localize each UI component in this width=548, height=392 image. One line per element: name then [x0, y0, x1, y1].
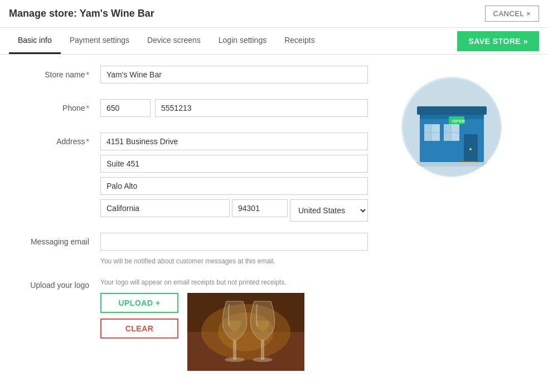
cancel-button[interactable]: CANCEL ×	[485, 6, 539, 22]
store-svg: OPEN WELCOME	[403, 79, 501, 176]
tab-payment-settings[interactable]: Payment settings	[61, 28, 138, 54]
store-name-controls	[100, 66, 368, 88]
tabs-bar: Basic info Payment settings Device scree…	[0, 28, 548, 55]
upload-image-area: UPLOAD + CLEAR	[100, 293, 368, 371]
tab-device-screens[interactable]: Device screens	[138, 28, 210, 54]
required-star-address: *	[86, 137, 89, 146]
wine-image-svg	[187, 293, 304, 371]
phone-area-input[interactable]	[100, 99, 151, 117]
messaging-email-controls: You will be notified about customer mess…	[100, 233, 368, 265]
tab-basic-info[interactable]: Basic info	[9, 28, 61, 54]
logo-preview	[187, 293, 304, 371]
svg-rect-27	[411, 162, 492, 166]
tab-login-settings[interactable]: Login settings	[210, 28, 275, 54]
address-state-zip-country: United States Canada United Kingdom Aust…	[100, 199, 368, 222]
address-zip-input[interactable]	[232, 199, 288, 217]
svg-point-22	[469, 148, 472, 150]
clear-button[interactable]: CLEAR	[100, 318, 178, 339]
upload-logo-row: Upload your logo Your logo will appear o…	[11, 276, 368, 371]
save-store-button[interactable]: SAVE STORE »	[457, 31, 539, 51]
required-star-phone: *	[86, 104, 89, 112]
svg-rect-12	[417, 106, 487, 115]
upload-logo-label: Upload your logo	[11, 276, 100, 290]
store-name-input[interactable]	[100, 66, 368, 84]
form-area: Store name* Phone* Address*	[0, 66, 379, 382]
svg-text:OPEN: OPEN	[452, 119, 465, 124]
phone-controls	[100, 99, 368, 121]
address-city-input[interactable]	[100, 177, 368, 195]
main-content: Store name* Phone* Address*	[0, 55, 548, 392]
address-line1-input[interactable]	[100, 133, 368, 150]
address-label: Address*	[11, 133, 100, 146]
phone-number-input[interactable]	[155, 99, 368, 117]
address-country-select[interactable]: United States Canada United Kingdom Aust…	[290, 199, 368, 222]
page-title: Manage store: Yam's Wine Bar	[9, 8, 154, 19]
phone-row: Phone*	[11, 99, 368, 121]
header: Manage store: Yam's Wine Bar CANCEL ×	[0, 0, 548, 28]
required-star: *	[86, 70, 89, 79]
upload-buttons: UPLOAD + CLEAR	[100, 293, 178, 339]
svg-rect-8	[187, 293, 304, 371]
messaging-email-input[interactable]	[100, 233, 368, 251]
messaging-email-label: Messaging email	[11, 233, 100, 246]
address-controls: United States Canada United Kingdom Aust…	[100, 133, 368, 222]
address-line2-input[interactable]	[100, 155, 368, 173]
store-name-label: Store name*	[11, 66, 100, 79]
messaging-email-row: Messaging email You will be notified abo…	[11, 233, 368, 265]
address-state-input[interactable]	[100, 199, 230, 217]
upload-button[interactable]: UPLOAD +	[100, 293, 178, 313]
upload-logo-controls: Your logo will appear on email receipts …	[100, 276, 368, 371]
messaging-email-help: You will be notified about customer mess…	[100, 257, 368, 265]
store-illustration: OPEN WELCOME	[379, 66, 524, 382]
svg-rect-21	[464, 134, 478, 162]
phone-inputs	[100, 99, 368, 121]
illustration-circle: OPEN WELCOME	[401, 77, 502, 177]
phone-label: Phone*	[11, 99, 100, 112]
tab-receipts[interactable]: Receipts	[275, 28, 323, 54]
address-row: Address* United States Canada United Kin…	[11, 133, 368, 222]
upload-logo-help: Your logo will appear on email receipts …	[100, 278, 368, 286]
tabs-list: Basic info Payment settings Device scree…	[9, 28, 324, 54]
store-name-row: Store name*	[11, 66, 368, 88]
